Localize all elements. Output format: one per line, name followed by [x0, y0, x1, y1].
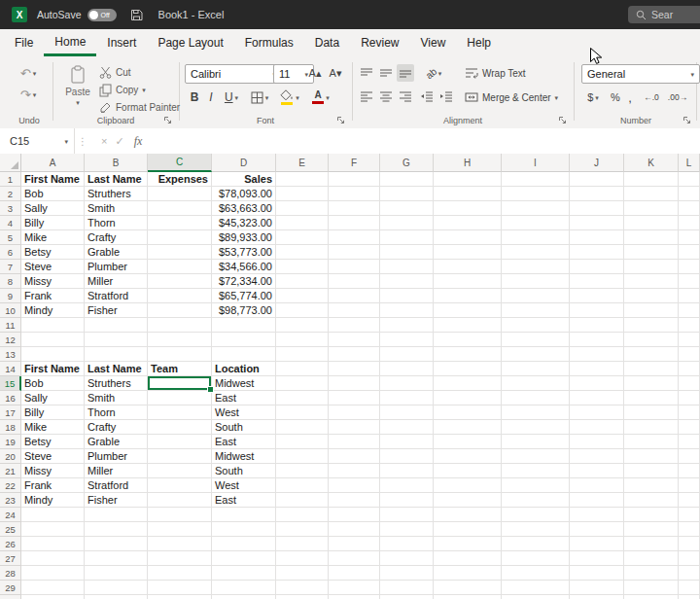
cell-J11[interactable] — [570, 318, 624, 333]
wrap-text-button[interactable]: Wrap Text — [465, 64, 526, 82]
cell-G28[interactable] — [380, 566, 434, 581]
cell-K18[interactable] — [624, 420, 679, 435]
save-icon[interactable] — [130, 9, 143, 21]
cell-E6[interactable] — [276, 245, 329, 260]
column-header-J[interactable]: J — [570, 154, 624, 172]
cell-E28[interactable] — [276, 566, 329, 581]
cell-L1[interactable] — [679, 172, 700, 187]
cell-I5[interactable] — [502, 230, 570, 245]
decrease-indent-button[interactable] — [418, 88, 436, 105]
cell-L22[interactable] — [679, 478, 700, 493]
cell-E15[interactable] — [276, 376, 329, 391]
cell-K17[interactable] — [624, 405, 679, 420]
row-header-25[interactable]: 25 — [0, 522, 21, 537]
cell-H3[interactable] — [434, 201, 502, 216]
align-center-button[interactable] — [377, 88, 395, 105]
cell-F3[interactable] — [329, 201, 380, 216]
comma-format-button[interactable]: , — [624, 88, 636, 107]
cell-I21[interactable] — [502, 464, 570, 478]
cell-D15[interactable]: Midwest — [212, 376, 276, 391]
menu-tab-file[interactable]: File — [4, 29, 44, 56]
cell-K14[interactable] — [624, 362, 679, 376]
cell-K6[interactable] — [624, 245, 679, 260]
cell-F22[interactable] — [329, 478, 380, 493]
cell-F6[interactable] — [329, 245, 380, 260]
cell-G17[interactable] — [380, 405, 434, 420]
cell-I1[interactable] — [502, 172, 570, 187]
cell-I3[interactable] — [502, 201, 570, 216]
cell-L12[interactable] — [679, 333, 700, 347]
cell-F11[interactable] — [329, 318, 380, 333]
cell-E21[interactable] — [276, 464, 329, 478]
enter-button[interactable]: ✓ — [115, 135, 123, 148]
cell-E30[interactable] — [276, 595, 329, 599]
cell-L14[interactable] — [679, 362, 700, 376]
cell-A25[interactable] — [21, 522, 85, 537]
cell-B16[interactable]: Smith — [85, 391, 148, 405]
cell-C22[interactable] — [148, 478, 212, 493]
cell-H11[interactable] — [434, 318, 502, 333]
cell-I19[interactable] — [502, 435, 570, 449]
cell-F25[interactable] — [329, 522, 380, 537]
cell-B30[interactable] — [85, 595, 148, 599]
cell-E29[interactable] — [276, 581, 329, 595]
row-header-4[interactable]: 4 — [0, 216, 21, 230]
column-header-C[interactable]: C — [148, 154, 212, 172]
cell-D19[interactable]: East — [212, 435, 276, 449]
row-header-8[interactable]: 8 — [0, 274, 21, 289]
cell-C10[interactable] — [148, 303, 212, 318]
cell-F19[interactable] — [329, 435, 380, 449]
cell-K1[interactable] — [624, 172, 679, 187]
cell-L5[interactable] — [679, 230, 700, 245]
excel-logo-icon[interactable]: X — [12, 7, 27, 22]
cell-F10[interactable] — [329, 303, 380, 318]
cell-J17[interactable] — [570, 405, 624, 420]
row-header-11[interactable]: 11 — [0, 318, 21, 333]
cell-G3[interactable] — [380, 201, 434, 216]
cell-A10[interactable]: Mindy — [21, 303, 85, 318]
cell-E16[interactable] — [276, 391, 329, 405]
cell-E20[interactable] — [276, 449, 329, 464]
decrease-decimal-button[interactable]: .00→ — [665, 88, 690, 107]
cell-A18[interactable]: Mike — [21, 420, 85, 435]
cell-A7[interactable]: Steve — [21, 260, 85, 274]
cell-K19[interactable] — [624, 435, 679, 449]
menu-tab-help[interactable]: Help — [456, 29, 502, 56]
borders-button[interactable]: ▾ — [247, 88, 272, 107]
cell-I28[interactable] — [502, 566, 570, 581]
cell-I23[interactable] — [502, 493, 570, 508]
cell-K30[interactable] — [624, 595, 679, 599]
cell-A14[interactable]: First Name — [21, 362, 85, 376]
redo-button[interactable]: ↷ ▾ — [12, 86, 45, 103]
cell-F15[interactable] — [329, 376, 380, 391]
cell-D26[interactable] — [212, 537, 276, 551]
row-header-29[interactable]: 29 — [0, 581, 21, 595]
row-header-13[interactable]: 13 — [0, 347, 21, 362]
paste-button[interactable]: Paste ▾ — [60, 62, 95, 122]
insert-function-button[interactable]: fx — [134, 134, 143, 149]
cell-J13[interactable] — [570, 347, 624, 362]
cell-K26[interactable] — [624, 537, 679, 551]
cell-I18[interactable] — [502, 420, 570, 435]
cell-L30[interactable] — [679, 595, 700, 599]
cell-B24[interactable] — [85, 508, 148, 522]
cell-J20[interactable] — [570, 449, 624, 464]
cancel-button[interactable]: × — [101, 135, 107, 147]
cell-H15[interactable] — [434, 376, 502, 391]
cell-F26[interactable] — [329, 537, 380, 551]
cell-K13[interactable] — [624, 347, 679, 362]
cell-L29[interactable] — [679, 581, 700, 595]
middle-align-button[interactable] — [377, 64, 395, 82]
cell-L9[interactable] — [679, 289, 700, 303]
row-header-3[interactable]: 3 — [0, 201, 21, 216]
cell-H30[interactable] — [434, 595, 502, 599]
cell-B1[interactable]: Last Name — [85, 172, 148, 187]
formula-bar-splitter[interactable]: ⋮ — [78, 136, 88, 147]
cell-D4[interactable]: $45,323.00 — [212, 216, 276, 230]
cell-K11[interactable] — [624, 318, 679, 333]
cell-F28[interactable] — [329, 566, 380, 581]
cell-I4[interactable] — [502, 216, 570, 230]
cell-B22[interactable]: Stratford — [85, 478, 148, 493]
cell-J29[interactable] — [570, 581, 624, 595]
cell-A26[interactable] — [21, 537, 85, 551]
